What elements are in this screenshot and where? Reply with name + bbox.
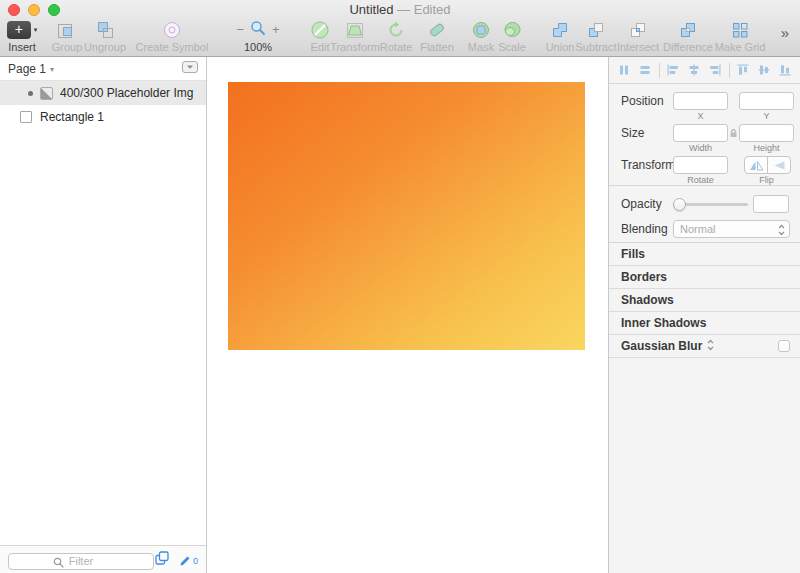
lock-aspect-icon[interactable] xyxy=(728,128,739,138)
divider xyxy=(659,63,660,78)
width-label: Width xyxy=(673,142,728,153)
flip-label: Flip xyxy=(739,174,794,185)
align-left-button[interactable] xyxy=(666,63,680,77)
align-right-button[interactable] xyxy=(708,63,722,77)
ungroup-button[interactable]: Ungroup xyxy=(81,19,129,53)
opacity-slider[interactable] xyxy=(673,196,748,212)
align-center-horizontally-button[interactable] xyxy=(687,63,701,77)
section-inner-shadows[interactable]: Inner Shadows xyxy=(609,312,800,335)
opacity-label: Opacity xyxy=(621,197,673,211)
document-title: Untitled xyxy=(349,2,393,17)
zoom-out-button[interactable]: − xyxy=(236,22,244,37)
make-grid-icon xyxy=(708,19,772,40)
scale-icon xyxy=(490,19,534,40)
size-width-field[interactable] xyxy=(673,124,728,142)
zoom-in-button[interactable]: + xyxy=(272,22,280,37)
rotate-label: Rotate xyxy=(673,174,728,185)
ungroup-icon xyxy=(81,19,129,40)
plus-icon: + xyxy=(7,21,31,39)
position-label: Position xyxy=(621,94,673,108)
up-down-chevron-icon[interactable] xyxy=(707,339,714,354)
blending-value: Normal xyxy=(680,223,715,235)
ungroup-label: Ungroup xyxy=(81,41,129,53)
double-chevron-right-icon: » xyxy=(781,24,789,41)
page-dropdown[interactable]: Page 1 xyxy=(8,62,46,76)
align-top-button[interactable] xyxy=(736,63,750,77)
flatten-icon xyxy=(412,19,462,40)
select-stepper-icon xyxy=(778,224,785,238)
divider xyxy=(729,63,730,78)
alignment-toolbar xyxy=(609,57,800,84)
window-title: Untitled — Edited xyxy=(0,2,800,17)
borders-label: Borders xyxy=(621,270,667,284)
fills-label: Fills xyxy=(621,247,645,261)
edited-suffix: — Edited xyxy=(397,2,450,17)
filter-input[interactable] xyxy=(8,553,154,570)
section-borders[interactable]: Borders xyxy=(609,266,800,289)
insert-button[interactable]: + ▾ Insert xyxy=(4,19,40,53)
pencil-badge-button[interactable]: 0 xyxy=(178,553,198,566)
flatten-button[interactable]: Flatten xyxy=(412,19,462,53)
inspector-panel: Position X Y Size xyxy=(608,57,800,573)
x-label: X xyxy=(673,110,728,121)
geometry-section: Position X Y Size xyxy=(609,84,800,186)
image-thumbnail-icon xyxy=(40,87,53,100)
section-fills[interactable]: Fills xyxy=(609,243,800,266)
make-grid-label: Make Grid xyxy=(708,41,772,53)
placeholder-image-object[interactable] xyxy=(228,82,585,350)
create-symbol-icon xyxy=(131,19,213,40)
duplicate-pages-icon[interactable] xyxy=(155,551,169,569)
section-gaussian-blur[interactable]: Gaussian Blur xyxy=(609,335,800,358)
blending-label: Blending xyxy=(621,222,673,236)
appearance-section: Opacity Blending Normal xyxy=(609,186,800,243)
layer-name: Rectangle 1 xyxy=(40,110,104,124)
chevron-down-icon: ▾ xyxy=(34,26,38,34)
gaussian-blur-label: Gaussian Blur xyxy=(621,339,702,353)
transform-label: Transform xyxy=(621,158,673,172)
create-symbol-button[interactable]: Create Symbol xyxy=(131,19,213,53)
titlebar-toolbar: Untitled — Edited + ▾ Insert Group Ungro… xyxy=(0,0,800,57)
zoom-control: − + 100% xyxy=(226,19,290,53)
align-bottom-button[interactable] xyxy=(778,63,792,77)
canvas[interactable] xyxy=(207,57,608,573)
opacity-field[interactable] xyxy=(753,195,789,213)
rotate-field[interactable] xyxy=(673,156,728,174)
flip-horizontal-button[interactable] xyxy=(745,157,767,173)
toolbar-overflow-button[interactable]: » xyxy=(774,24,796,41)
distribute-vertically-button[interactable] xyxy=(638,63,652,77)
magnifier-icon[interactable] xyxy=(250,20,266,40)
flip-control xyxy=(744,156,791,174)
rectangle-shape-icon xyxy=(20,111,32,123)
layer-row-placeholder-img[interactable]: 400/300 Placeholder Img xyxy=(0,81,206,105)
align-middle-vertically-button[interactable] xyxy=(757,63,771,77)
slider-thumb[interactable] xyxy=(673,198,686,211)
page-list-toggle-button[interactable] xyxy=(182,61,198,76)
sidebar-footer: 0 xyxy=(0,545,206,573)
make-grid-button[interactable]: Make Grid xyxy=(708,19,772,53)
height-label: Height xyxy=(739,142,794,153)
position-y-field[interactable] xyxy=(739,92,794,110)
sketch-window: Untitled — Edited + ▾ Insert Group Ungro… xyxy=(0,0,800,573)
zoom-level-label: 100% xyxy=(226,41,290,53)
size-label: Size xyxy=(621,126,673,140)
main-area: Page 1 ▾ 400/300 Placeholder Img Rectang… xyxy=(0,57,800,573)
layer-row-rectangle[interactable]: Rectangle 1 xyxy=(0,105,206,129)
create-symbol-label: Create Symbol xyxy=(131,41,213,53)
flip-vertical-button[interactable] xyxy=(767,157,790,173)
pencil-count: 0 xyxy=(193,556,198,566)
inner-shadows-label: Inner Shadows xyxy=(621,316,706,330)
position-x-field[interactable] xyxy=(673,92,728,110)
scale-button[interactable]: Scale xyxy=(490,19,534,53)
shadows-label: Shadows xyxy=(621,293,674,307)
bullet-icon xyxy=(28,91,33,96)
pencil-icon xyxy=(178,553,191,566)
insert-label: Insert xyxy=(4,41,40,53)
size-height-field[interactable] xyxy=(739,124,794,142)
blending-select[interactable]: Normal xyxy=(673,220,790,238)
distribute-horizontally-button[interactable] xyxy=(617,63,631,77)
y-label: Y xyxy=(739,110,794,121)
flatten-label: Flatten xyxy=(412,41,462,53)
gaussian-blur-checkbox[interactable] xyxy=(778,340,790,352)
chevron-down-icon: ▾ xyxy=(50,65,54,74)
section-shadows[interactable]: Shadows xyxy=(609,289,800,312)
